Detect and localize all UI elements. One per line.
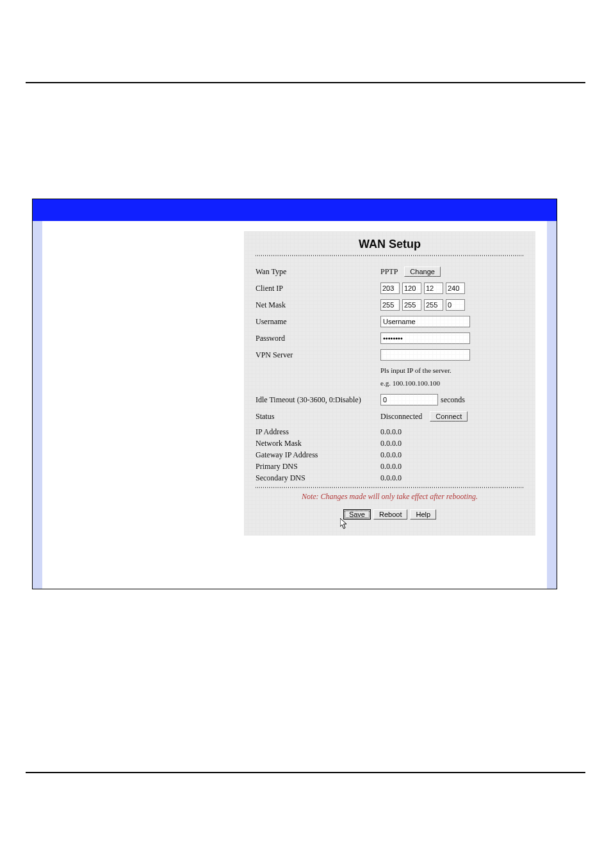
label-status: Status [256,412,380,422]
row-vpn-server: VPN Server [256,348,524,361]
client-ip-oct2[interactable] [402,283,421,294]
row-network-mask: Network Mask 0.0.0.0 [256,438,524,448]
label-wan-type: Wan Type [256,267,380,277]
idle-unit: seconds [441,395,465,405]
panel-title: WAN Setup [244,231,535,251]
bottom-separator [256,487,524,488]
cursor-icon [340,518,348,530]
row-status: Status Disconnected Connect [256,410,524,423]
row-primary-dns: Primary DNS 0.0.0.0 [256,461,524,471]
netmask-oct1[interactable] [380,299,400,311]
netmask-oct4[interactable] [446,299,465,311]
label-idle-timeout: Idle Timeout (30-3600, 0:Disable) [256,395,380,405]
row-vpn-hint1: Pls input IP of the server. [256,365,524,375]
row-gateway: Gateway IP Address 0.0.0.0 [256,450,524,460]
wan-setup-panel: WAN Setup Wan Type PPTP Change Client IP [244,231,535,536]
label-password: Password [256,334,380,343]
save-button[interactable]: Save [343,509,371,520]
window-frame: WAN Setup Wan Type PPTP Change Client IP [32,199,557,589]
vpn-hint1: Pls input IP of the server. [380,366,524,375]
value-secondary-dns: 0.0.0.0 [380,473,524,483]
label-secondary-dns: Secondary DNS [256,473,380,483]
page-rule-top [26,82,585,83]
netmask-oct2[interactable] [402,299,421,311]
row-ip-address: IP Address 0.0.0.0 [256,427,524,437]
value-wan-type: PPTP [380,267,398,277]
value-ip-address: 0.0.0.0 [380,427,524,437]
title-bar [33,199,557,221]
reboot-button[interactable]: Reboot [373,509,407,520]
row-secondary-dns: Secondary DNS 0.0.0.0 [256,473,524,483]
vpn-server-field[interactable] [380,349,470,361]
client-ip-oct4[interactable] [446,283,465,294]
netmask-oct3[interactable] [424,299,443,311]
value-network-mask: 0.0.0.0 [380,439,524,448]
change-button[interactable]: Change [404,266,441,277]
form-area: Wan Type PPTP Change Client IP [256,265,524,483]
row-net-mask: Net Mask [256,299,524,311]
connect-button[interactable]: Connect [430,411,468,422]
page-rule-bottom [26,772,585,773]
right-border [547,221,557,589]
label-username: Username [256,317,380,327]
left-border [33,221,42,589]
row-vpn-hint2: e.g. 100.100.100.100 [256,377,524,389]
vpn-hint2: e.g. 100.100.100.100 [380,379,524,388]
value-gateway: 0.0.0.0 [380,450,524,460]
label-gateway: Gateway IP Address [256,450,380,460]
idle-timeout-field[interactable] [380,394,438,405]
row-idle-timeout: Idle Timeout (30-3600, 0:Disable) second… [256,393,524,406]
row-client-ip: Client IP [256,282,524,295]
row-password: Password [256,332,524,345]
label-client-ip: Client IP [256,284,380,293]
help-button[interactable]: Help [410,509,436,520]
label-primary-dns: Primary DNS [256,462,380,471]
label-vpn-server: VPN Server [256,350,380,360]
title-separator [256,255,524,256]
reboot-note: Note: Changes made will only take effect… [244,492,535,502]
password-field[interactable] [380,332,470,344]
value-primary-dns: 0.0.0.0 [380,462,524,471]
label-ip-address: IP Address [256,427,380,437]
label-net-mask: Net Mask [256,300,380,310]
client-ip-oct1[interactable] [380,283,400,294]
client-ip-oct3[interactable] [424,283,443,294]
label-network-mask: Network Mask [256,439,380,448]
value-status: Disconnected [380,412,422,422]
row-username: Username [256,315,524,328]
row-wan-type: Wan Type PPTP Change [256,265,524,278]
username-field[interactable] [380,316,470,327]
button-row: Save Reboot Help [244,508,535,520]
